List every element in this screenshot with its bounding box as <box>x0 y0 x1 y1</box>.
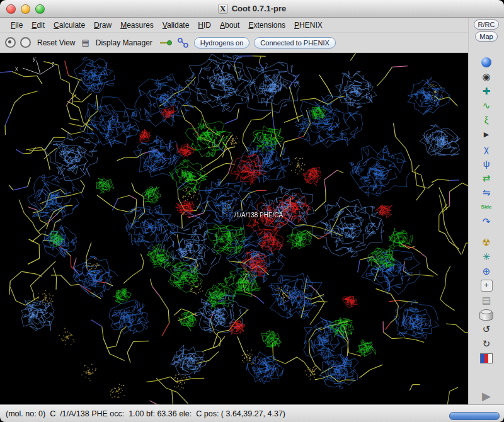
zoom-button[interactable] <box>35 4 45 14</box>
keyboard-icon[interactable]: ▤ <box>478 294 495 307</box>
modelling-sidebar: ◉ ✚ ∿ ξ ▶ χ ψ ⇄ ⇋ Side ↷ ☢ ✳ ⊕ + ▤ ↺ ↻ ▶ <box>468 53 504 404</box>
window-title: Coot 0.7.1-pre <box>232 4 287 13</box>
regularize-icon[interactable]: ◉ <box>478 70 495 83</box>
hydrogens-toggle-button[interactable]: Hydrogens on <box>194 37 250 48</box>
torsion-general-icon[interactable]: ψ <box>478 157 495 170</box>
menu-bar: File Edit Calculate Draw Measures Valida… <box>0 18 468 33</box>
auto-fit-rotamer-icon[interactable]: ξ <box>478 113 495 127</box>
menu-edit[interactable]: Edit <box>27 20 49 31</box>
axis-x-label: x <box>15 66 18 72</box>
menu-hid[interactable]: HID <box>193 20 215 31</box>
map-panel: R/RC Map <box>468 18 504 53</box>
display-control-icon[interactable] <box>478 351 495 365</box>
menu-draw[interactable]: Draw <box>89 20 116 31</box>
menu-extensions[interactable]: Extensions <box>244 20 290 31</box>
menu-about[interactable]: About <box>215 20 244 31</box>
rotate-translate-icon[interactable]: ∿ <box>478 99 495 112</box>
rrc-button[interactable]: R/RC <box>474 20 500 30</box>
reset-view-button[interactable]: Reset View <box>35 37 77 48</box>
side-chain-180-icon[interactable]: Side <box>478 200 495 214</box>
status-text: (mol. no: 0) C /1/A/138 PHE occ: 1.00 bf… <box>6 409 285 418</box>
measure-distance-icon[interactable] <box>177 38 190 48</box>
header: File Edit Calculate Draw Measures Valida… <box>0 18 504 53</box>
title-bar: X Coot 0.7.1-pre <box>0 0 504 18</box>
axis-z-label: z <box>52 60 55 67</box>
run-refmac-icon[interactable]: ☢ <box>478 236 495 249</box>
phenix-status-button[interactable]: Connected to PHENIX <box>254 37 335 48</box>
edit-chi-angles-icon[interactable]: χ <box>478 142 495 156</box>
menu-phenix[interactable]: PHENIX <box>290 20 327 31</box>
redo-icon[interactable]: ↻ <box>478 337 495 350</box>
side-chain-flip-icon[interactable]: ⇋ <box>478 186 495 199</box>
mutate-residue-icon[interactable]: ⊕ <box>478 265 495 278</box>
flip-peptide-icon[interactable]: ⇄ <box>478 171 495 185</box>
axis-y-label: y <box>33 55 36 62</box>
x11-icon: X <box>218 4 228 14</box>
jed-flip-icon[interactable]: ↷ <box>478 215 495 228</box>
coot-window: X Coot 0.7.1-pre File Edit Calculate Dra… <box>0 0 504 422</box>
atom-label: /1/A/138 PHE/CA <box>234 212 283 219</box>
undo-icon[interactable]: ↺ <box>478 322 495 336</box>
status-bar: (mol. no: 0) C /1/A/138 PHE occ: 1.00 bf… <box>0 404 504 422</box>
display-manager-button[interactable]: Display Manager <box>94 37 154 48</box>
display-manager-icon: ▤ <box>81 38 89 47</box>
menu-validate[interactable]: Validate <box>158 20 194 31</box>
horizontal-scrollbar-thumb[interactable] <box>449 412 500 420</box>
target-icon[interactable] <box>5 37 16 48</box>
real-space-refine-icon[interactable] <box>478 55 495 69</box>
rigid-body-fit-icon[interactable]: ✚ <box>478 84 495 98</box>
go-icon[interactable]: ▶ <box>478 389 495 402</box>
map-button[interactable]: Map <box>475 31 497 42</box>
key-icon[interactable] <box>159 38 173 47</box>
minimize-button[interactable] <box>21 4 30 14</box>
molecular-viewport[interactable] <box>0 53 468 404</box>
rotamers-icon[interactable]: ▶ <box>478 128 495 141</box>
menu-measures[interactable]: Measures <box>116 20 158 31</box>
menu-calculate[interactable]: Calculate <box>49 20 89 31</box>
gl-canvas-area[interactable]: x y z /1/A/138 PHE/CA <box>0 53 468 404</box>
add-terminal-residue-icon[interactable]: + <box>478 279 495 292</box>
molecule-icon[interactable]: ✳ <box>478 250 495 263</box>
circle-icon[interactable] <box>20 37 31 48</box>
toolbar: Reset View ▤ Display Manager Hydrogens o… <box>0 33 468 53</box>
delete-item-icon[interactable] <box>478 308 495 321</box>
menu-file[interactable]: File <box>6 20 27 31</box>
close-button[interactable] <box>6 4 16 14</box>
